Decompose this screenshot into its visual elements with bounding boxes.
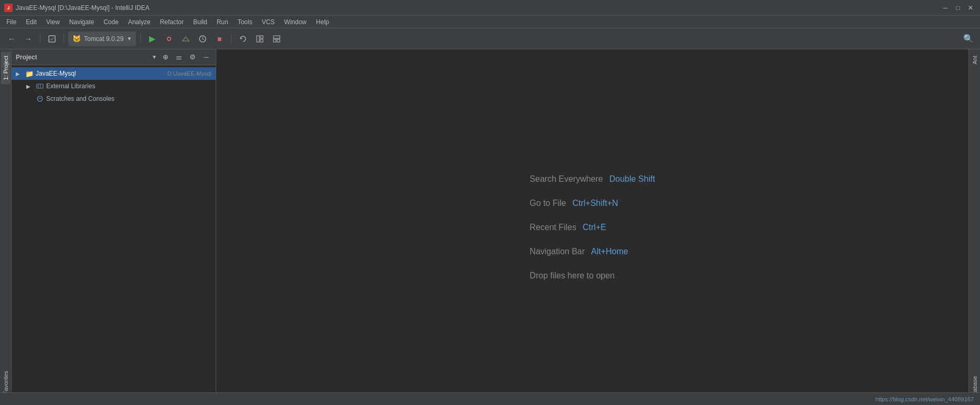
menu-window[interactable]: Window <box>280 17 311 27</box>
drop-files-line: Drop files here to open <box>530 271 615 281</box>
folder-icon-root: 📁 <box>25 69 34 78</box>
recent-files-label: Recent Files <box>530 223 576 232</box>
main-layout: 1: Project 2: Favorites Project ▼ ⊕ ⚌ ⚙ … <box>0 49 980 405</box>
panel-scope-button[interactable]: ⊕ <box>160 52 171 63</box>
tree-label-libraries: External Libraries <box>46 82 212 90</box>
menu-run[interactable]: Run <box>213 17 233 27</box>
sidebar-tab-ant[interactable]: Ant <box>970 51 979 69</box>
tree-arrow-scratches: ▶ <box>26 96 34 102</box>
coverage-button[interactable] <box>178 32 193 46</box>
search-everywhere-label: Search Everywhere <box>530 174 603 184</box>
menu-code[interactable]: Code <box>99 17 123 27</box>
title-text: JavaEE-Mysql [D:\JavaEE-Mysql] - Intelli… <box>16 4 150 12</box>
run-config-name: Tomcat 9.0.29 <box>84 35 123 43</box>
title-bar-controls: ─ □ ✕ <box>940 3 976 13</box>
svg-rect-6 <box>260 36 263 38</box>
panel-settings-button[interactable]: ⚙ <box>187 52 198 63</box>
right-sidebar: Ant Database <box>968 49 980 405</box>
toolbar-separator-4 <box>231 34 231 44</box>
project-tree: ▶ 📁 JavaEE-Mysql D:\JavaEE-Mysql ▶ Exter… <box>12 65 216 405</box>
menu-file[interactable]: File <box>2 17 20 27</box>
run-button[interactable]: ▶ <box>145 32 160 46</box>
project-panel-title: Project <box>16 54 149 61</box>
tree-label-scratches: Scratches and Consoles <box>46 95 212 102</box>
recent-files-shortcut: Ctrl+E <box>583 223 606 232</box>
project-panel: Project ▼ ⊕ ⚌ ⚙ ─ ▶ 📁 JavaEE-Mysql D:\Ja… <box>12 49 216 405</box>
svg-rect-10 <box>277 39 280 42</box>
navigation-bar-line: Navigation Bar Alt+Home <box>530 247 628 256</box>
toolbar: ← → 🐱 Tomcat 9.0.29 ▼ ▶ ■ 🔍 <box>0 28 980 49</box>
welcome-content: Search Everywhere Double Shift Go to Fil… <box>530 174 655 281</box>
menu-build[interactable]: Build <box>189 17 212 27</box>
run-config-selector[interactable]: 🐱 Tomcat 9.0.29 ▼ <box>68 32 136 46</box>
tree-path-root: D:\JavaEE-Mysql <box>167 70 212 77</box>
tree-arrow-libraries: ▶ <box>26 84 34 89</box>
toolbar-separator-3 <box>140 34 141 44</box>
back-button[interactable]: ← <box>4 32 19 46</box>
panel-minimize-button[interactable]: ─ <box>201 52 212 63</box>
svg-point-14 <box>37 96 43 101</box>
recent-files-line: Recent Files Ctrl+E <box>530 223 606 232</box>
svg-rect-9 <box>273 39 276 42</box>
library-icon <box>36 82 44 90</box>
search-everywhere-shortcut: Double Shift <box>609 174 655 184</box>
menu-tools[interactable]: Tools <box>234 17 257 27</box>
debug-button[interactable] <box>162 32 176 46</box>
goto-file-line: Go to File Ctrl+Shift+N <box>530 199 618 208</box>
menu-edit[interactable]: Edit <box>22 17 41 27</box>
svg-rect-11 <box>37 84 43 88</box>
tree-item-scratches[interactable]: ▶ Scratches and Consoles <box>12 92 216 105</box>
toolbar-separator-1 <box>40 34 40 44</box>
menu-bar: File Edit View Navigate Code Analyze Ref… <box>0 16 980 28</box>
svg-point-2 <box>168 38 170 40</box>
menu-navigate[interactable]: Navigate <box>65 17 98 27</box>
profile-button[interactable] <box>195 32 210 46</box>
drop-files-label: Drop files here to open <box>530 271 615 280</box>
tree-arrow-root: ▶ <box>16 71 23 77</box>
tree-item-root[interactable]: ▶ 📁 JavaEE-Mysql D:\JavaEE-Mysql <box>12 67 216 80</box>
stop-button[interactable]: ■ <box>212 32 227 46</box>
project-panel-header: Project ▼ ⊕ ⚌ ⚙ ─ <box>12 49 216 65</box>
sidebar-tab-project[interactable]: 1: Project <box>1 51 10 84</box>
menu-view[interactable]: View <box>42 17 64 27</box>
search-everywhere-line: Search Everywhere Double Shift <box>530 174 655 184</box>
goto-file-label: Go to File <box>530 199 566 208</box>
left-sidebar-tabs: 1: Project 2: Favorites <box>0 49 12 405</box>
svg-marker-4 <box>240 37 243 39</box>
close-button[interactable]: ✕ <box>965 3 976 13</box>
tree-item-external-libraries[interactable]: ▶ External Libraries <box>12 80 216 92</box>
navigation-bar-shortcut: Alt+Home <box>591 247 628 256</box>
maximize-button[interactable]: □ <box>953 3 963 13</box>
tomcat-icon: 🐱 <box>72 35 81 43</box>
forward-button[interactable]: → <box>21 32 36 46</box>
goto-file-shortcut: Ctrl+Shift+N <box>572 199 618 208</box>
navigation-bar-label: Navigation Bar <box>530 247 585 256</box>
status-url[interactable]: https://blog.csdn.net/weixin_44089167 <box>876 396 974 402</box>
status-bar: https://blog.csdn.net/weixin_44089167 <box>0 392 980 405</box>
update-button[interactable] <box>236 32 250 46</box>
search-everywhere-toolbar-button[interactable]: 🔍 <box>961 32 976 46</box>
menu-help[interactable]: Help <box>312 17 333 27</box>
app-icon: J <box>4 4 13 12</box>
panel-options-button[interactable]: ⚌ <box>174 52 184 63</box>
window-layout-button[interactable] <box>269 32 284 46</box>
minimize-button[interactable]: ─ <box>940 3 951 13</box>
title-bar-left: J JavaEE-Mysql [D:\JavaEE-Mysql] - Intel… <box>4 4 150 12</box>
svg-rect-7 <box>260 39 263 42</box>
project-panel-dropdown-arrow[interactable]: ▼ <box>152 54 157 60</box>
toolbar-build-button[interactable] <box>45 32 59 46</box>
title-bar: J JavaEE-Mysql [D:\JavaEE-Mysql] - Intel… <box>0 0 980 16</box>
tree-label-root: JavaEE-Mysql <box>36 70 163 77</box>
svg-rect-8 <box>273 36 280 38</box>
svg-rect-5 <box>257 36 259 42</box>
layout-button[interactable] <box>252 32 267 46</box>
scratch-icon <box>36 95 44 103</box>
menu-analyze[interactable]: Analyze <box>124 17 155 27</box>
menu-refactor[interactable]: Refactor <box>156 17 188 27</box>
toolbar-separator-2 <box>64 34 64 44</box>
menu-vcs[interactable]: VCS <box>258 17 279 27</box>
editor-area: Search Everywhere Double Shift Go to Fil… <box>216 49 968 405</box>
run-config-dropdown-arrow: ▼ <box>127 36 132 41</box>
